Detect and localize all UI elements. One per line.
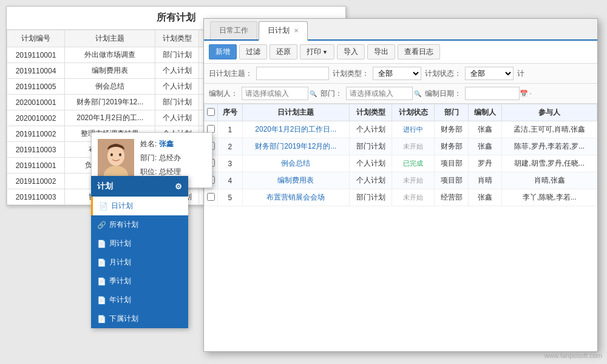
dept-filter-wrapper: 🔍 [346, 87, 421, 100]
col-status: 计划状态 [392, 104, 435, 121]
cell-status: 未开始 [392, 189, 435, 206]
daily-icon: 📄 [99, 202, 107, 211]
select-all-checkbox[interactable] [207, 108, 215, 116]
data-table-wrapper[interactable]: 序号 日计划主题 计划类型 计划状态 部门 编制人 参与人 12020年1月2日… [204, 104, 597, 351]
cell-subject[interactable]: 2020年1月2日的工作日... [242, 121, 349, 138]
cell-dept: 项目部 [435, 172, 468, 189]
sidebar-item-monthly[interactable]: 📄月计划 [91, 253, 188, 272]
tab-close-icon[interactable]: ✕ [294, 27, 299, 34]
calendar-icon[interactable]: 📅 [520, 90, 528, 98]
editor-filter-label: 编制人： [209, 89, 238, 99]
dept-filter-input[interactable] [346, 87, 413, 100]
tab-bar: 日常工作 日计划 ✕ [204, 19, 597, 41]
cell-participants: 孟洁,王可可,肖晴,张鑫 [502, 121, 597, 138]
cell-editor: 张鑫 [468, 138, 501, 155]
restore-button[interactable]: 还原 [270, 44, 297, 59]
cell-status: 进行中 [392, 121, 435, 138]
sidebar-item-label-daily: 日计划 [111, 201, 133, 211]
sidebar-panel: 计划 ⚙ 📄日计划🔗所有计划📄周计划📄月计划📄季计划📄年计划📄下属计划 [91, 176, 188, 328]
type-filter-select[interactable]: 全部 个人计划 部门计划 [373, 67, 421, 80]
tab-daily-work[interactable]: 日常工作 [210, 21, 257, 39]
status-badge: 未开始 [401, 192, 426, 203]
cell-status: 未开始 [392, 138, 435, 155]
watermark: www.fanpusoft.com [544, 352, 602, 359]
cell-type: 部门计划 [349, 138, 392, 155]
subject-filter-input[interactable] [256, 67, 329, 80]
cell-dept: 财务部 [435, 121, 468, 138]
cell-status: 未开始 [392, 172, 435, 189]
filter-row-2: 编制人： 🔍 部门： 🔍 编制日期： 📅 - [204, 84, 597, 104]
table-row[interactable]: 4编制费用表个人计划未开始项目部肖晴肖晴,张鑫 [205, 172, 597, 189]
type-filter-label: 计划类型： [333, 69, 369, 79]
dept-search-icon[interactable]: 🔍 [414, 90, 421, 97]
cell-dept: 经营部 [435, 189, 468, 206]
sidebar-header: 计划 ⚙ [91, 176, 188, 197]
editor-search-icon[interactable]: 🔍 [310, 90, 317, 97]
cell-participants: 肖晴,张鑫 [502, 172, 597, 189]
cell-type: 个人计划 [349, 172, 392, 189]
col-participants: 参与人 [502, 104, 597, 121]
bg-col-subject: 计划主题 [65, 30, 155, 47]
subject-filter-label: 日计划主题： [209, 69, 253, 79]
date-start-input[interactable] [465, 87, 520, 100]
cell-num: 4 [218, 172, 243, 189]
sidebar-item-yearly[interactable]: 📄年计划 [91, 291, 188, 309]
row-checkbox[interactable] [207, 193, 215, 201]
cell-subject[interactable]: 财务部门2019年12月的... [242, 138, 349, 155]
quarterly-icon: 📄 [97, 277, 106, 286]
editor-filter-wrapper: 🔍 [242, 87, 317, 100]
editor-filter-input[interactable] [242, 87, 308, 100]
sidebar-item-label-sub: 下属计划 [109, 314, 138, 324]
cell-type: 个人计划 [349, 121, 392, 138]
table-row[interactable]: 5布置营销展会会场部门计划未开始经营部张鑫李丫,陈晓,李若... [205, 189, 597, 206]
cell-num: 2 [218, 138, 243, 155]
print-dropdown-arrow: ▼ [322, 49, 328, 55]
cell-subject[interactable]: 布置营销展会会场 [242, 189, 349, 206]
log-button[interactable]: 查看日志 [398, 44, 440, 59]
tab-daily-plan[interactable]: 日计划 ✕ [259, 21, 308, 41]
subject-link[interactable]: 2020年1月2日的工作日... [255, 125, 336, 133]
gear-icon[interactable]: ⚙ [175, 182, 182, 191]
sidebar-item-quarterly[interactable]: 📄季计划 [91, 272, 188, 291]
cell-editor: 张鑫 [468, 189, 501, 206]
status-filter-wrapper: 全部 未开始 进行中 已完成 [465, 67, 514, 80]
cell-subject[interactable]: 例会总结 [242, 155, 349, 172]
status-badge: 未开始 [401, 175, 426, 186]
subject-link[interactable]: 例会总结 [281, 159, 310, 167]
date-filter-wrapper: 📅 - [465, 87, 533, 100]
add-button[interactable]: 新增 [209, 44, 237, 59]
table-row[interactable]: 2财务部门2019年12月的...部门计划未开始财务部张鑫陈菲,罗丹,李若若,罗… [205, 138, 597, 155]
col-checkbox [205, 104, 218, 121]
sidebar-item-daily[interactable]: 📄日计划 [91, 197, 188, 215]
sidebar-item-sub[interactable]: 📄下属计划 [91, 309, 188, 328]
cell-type: 部门计划 [349, 189, 392, 206]
sidebar-item-weekly[interactable]: 📄周计划 [91, 234, 188, 253]
sidebar-item-all[interactable]: 🔗所有计划 [91, 215, 188, 234]
data-table: 序号 日计划主题 计划类型 计划状态 部门 编制人 参与人 12020年1月2日… [204, 104, 597, 206]
date-filter-label: 编制日期： [425, 89, 461, 99]
export-button[interactable]: 导出 [367, 44, 395, 59]
cell-editor: 肖晴 [468, 172, 501, 189]
cell-num: 1 [218, 121, 243, 138]
toolbar: 新增 过滤 还原 打印 ▼ 导入 导出 查看日志 [204, 41, 597, 64]
cell-editor: 张鑫 [468, 121, 501, 138]
col-editor: 编制人 [468, 104, 501, 121]
cell-status: 已完成 [392, 155, 435, 172]
cell-subject[interactable]: 编制费用表 [242, 172, 349, 189]
subject-link[interactable]: 编制费用表 [277, 176, 314, 184]
status-badge: 已完成 [401, 158, 426, 169]
import-button[interactable]: 导入 [337, 44, 365, 59]
table-row[interactable]: 3例会总结个人计划已完成项目部罗丹胡建,胡雪,罗丹,任晓... [205, 155, 597, 172]
col-type: 计划类型 [349, 104, 392, 121]
weekly-icon: 📄 [97, 240, 106, 248]
subject-link[interactable]: 财务部门2019年12月的... [255, 142, 336, 150]
tooltip-dept: 部门: 总经办 [140, 153, 181, 163]
status-badge: 进行中 [401, 124, 426, 135]
filter-button[interactable]: 过滤 [239, 44, 267, 59]
status-filter-select[interactable]: 全部 未开始 进行中 已完成 [465, 67, 514, 80]
cell-type: 个人计划 [349, 155, 392, 172]
table-row[interactable]: 12020年1月2日的工作日...个人计划进行中财务部张鑫孟洁,王可可,肖晴,张… [205, 121, 597, 138]
print-button[interactable]: 打印 ▼ [300, 44, 334, 59]
row-checkbox[interactable] [207, 125, 215, 133]
subject-link[interactable]: 布置营销展会会场 [266, 193, 325, 201]
